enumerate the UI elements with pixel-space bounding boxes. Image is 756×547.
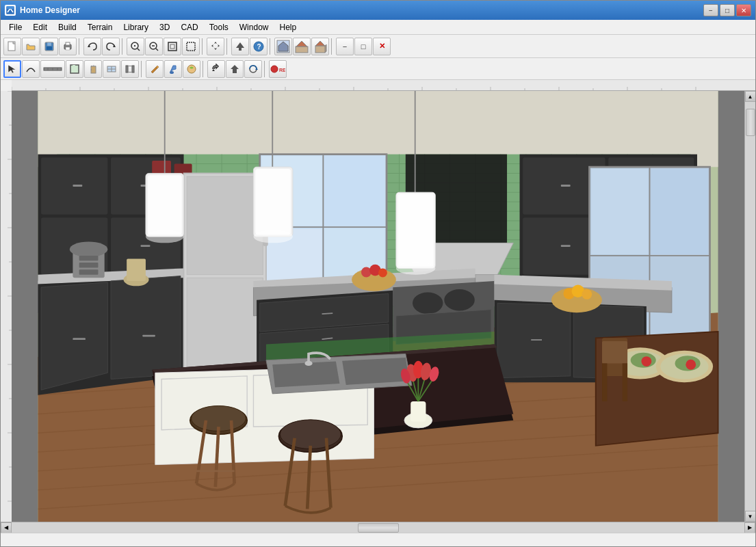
scroll-thumb-horizontal[interactable]	[358, 523, 399, 533]
svg-rect-286	[79, 263, 99, 267]
scroll-down-button[interactable]: ▼	[745, 511, 756, 522]
draw-arc-tool[interactable]	[22, 60, 40, 78]
scrollbar-vertical: ▲ ▼	[744, 91, 755, 522]
svg-point-200	[443, 289, 475, 311]
svg-point-269	[396, 262, 435, 275]
svg-rect-157	[141, 245, 151, 247]
library-tool[interactable]	[183, 60, 200, 78]
close-button[interactable]: ✕	[736, 4, 751, 16]
maximize-button[interactable]: □	[720, 4, 735, 16]
opening-tool[interactable]	[121, 60, 139, 78]
zoom-window-button[interactable]	[182, 38, 200, 55]
save-button[interactable]	[40, 38, 58, 55]
window-controls: − □ ✕	[703, 4, 751, 16]
svg-rect-166	[561, 185, 571, 187]
edit-tool[interactable]	[146, 60, 164, 78]
wall-tool[interactable]	[40, 60, 65, 78]
room-tool[interactable]	[66, 60, 83, 78]
svg-rect-237	[410, 401, 426, 422]
svg-marker-47	[231, 65, 239, 73]
scroll-left-button[interactable]: ◀	[1, 522, 12, 533]
svg-line-14	[138, 49, 140, 51]
up-tool[interactable]	[226, 60, 244, 78]
main-area: ▲ ▼ ◀ ▶	[1, 80, 755, 533]
svg-rect-26	[296, 46, 308, 53]
sep4	[226, 38, 229, 55]
svg-point-199	[412, 292, 443, 315]
svg-rect-260	[148, 175, 182, 235]
svg-rect-20	[187, 42, 195, 51]
inner-minimize[interactable]: −	[336, 38, 354, 55]
inner-close[interactable]: ✕	[373, 38, 391, 55]
redo-button[interactable]	[102, 38, 120, 55]
print-button[interactable]	[59, 38, 77, 55]
svg-point-265	[253, 230, 292, 243]
svg-rect-168	[561, 245, 571, 247]
house-3d-button[interactable]	[311, 38, 329, 55]
svg-point-278	[686, 360, 696, 370]
sep9	[264, 61, 267, 77]
house-plan-button[interactable]	[274, 38, 292, 55]
menu-library[interactable]: Library	[118, 20, 154, 34]
menu-3d[interactable]: 3D	[154, 20, 175, 34]
house-elevation-button[interactable]	[293, 38, 311, 55]
menu-tools[interactable]: Tools	[204, 20, 234, 34]
svg-rect-34	[73, 65, 75, 66]
svg-marker-21	[211, 42, 220, 50]
scroll-track-vertical[interactable]	[745, 102, 756, 511]
svg-point-223	[582, 289, 592, 299]
pan-button[interactable]	[207, 38, 224, 55]
scroll-track-horizontal[interactable]	[12, 522, 744, 533]
canvas-area[interactable]	[12, 91, 744, 522]
svg-marker-22	[236, 42, 244, 51]
menu-cad[interactable]: CAD	[175, 20, 203, 34]
window-tool[interactable]	[103, 60, 120, 78]
help-button[interactable]: ?	[250, 38, 268, 55]
paint-tool[interactable]	[164, 60, 182, 78]
menu-build[interactable]: Build	[53, 20, 82, 34]
menu-file[interactable]: File	[3, 20, 27, 34]
new-button[interactable]	[3, 38, 21, 55]
up-arrow-button[interactable]	[231, 38, 249, 55]
toolbar-1: ? − □ ✕	[1, 35, 755, 58]
undo-button[interactable]	[83, 38, 101, 55]
inner-maximize[interactable]: □	[354, 38, 372, 55]
zoom-in-button[interactable]	[127, 38, 144, 55]
scroll-thumb-vertical[interactable]	[746, 109, 755, 136]
svg-line-17	[156, 49, 158, 51]
svg-rect-41	[132, 66, 134, 72]
status-bar	[1, 533, 755, 546]
menu-edit[interactable]: Edit	[27, 20, 53, 34]
scroll-up-button[interactable]: ▲	[745, 91, 756, 102]
svg-text:REC: REC	[279, 68, 285, 72]
menu-window[interactable]: Window	[234, 20, 274, 34]
svg-rect-19	[170, 44, 174, 49]
menu-bar: File Edit Build Terrain Library 3D CAD T…	[1, 20, 755, 35]
svg-rect-1	[7, 6, 14, 9]
svg-rect-285	[79, 256, 99, 261]
minimize-button[interactable]: −	[703, 4, 718, 16]
svg-rect-190	[142, 335, 155, 337]
open-button[interactable]	[22, 38, 40, 55]
scroll-right-button[interactable]: ▶	[744, 522, 755, 533]
svg-text:?: ?	[257, 43, 261, 51]
toolbar-2: REC	[1, 58, 755, 80]
camera-spin-tool[interactable]	[244, 60, 262, 78]
kitchen-scene	[12, 91, 744, 522]
canvas-wrapper: ▲ ▼ ◀ ▶	[1, 80, 755, 533]
svg-rect-7	[66, 42, 70, 45]
svg-rect-176	[324, 156, 384, 226]
svg-point-50	[271, 66, 278, 72]
menu-help[interactable]: Help	[274, 20, 302, 34]
zoom-out-button[interactable]	[145, 38, 163, 55]
svg-point-219	[378, 268, 387, 277]
zoom-full-button[interactable]	[164, 38, 181, 55]
svg-rect-18	[168, 42, 177, 51]
svg-rect-43	[128, 72, 132, 72]
rotate-tool[interactable]	[207, 60, 225, 78]
select-tool[interactable]	[3, 60, 21, 78]
sep8	[203, 61, 205, 77]
record-button[interactable]: REC	[269, 60, 287, 78]
door-tool[interactable]	[84, 60, 102, 78]
menu-terrain[interactable]: Terrain	[82, 20, 118, 34]
